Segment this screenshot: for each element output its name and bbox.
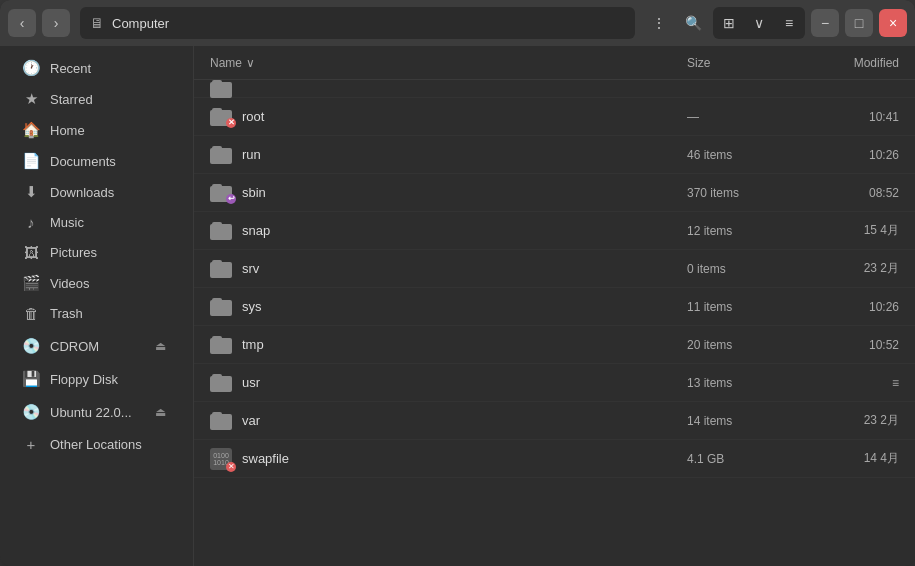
sidebar: 🕐Recent★Starred🏠Home📄Documents⬇Downloads…: [0, 46, 194, 566]
file-name-cell: ↩sbin: [194, 184, 675, 202]
folder-icon: [210, 222, 232, 240]
file-modified-cell: 23 2月: [795, 260, 915, 277]
back-button[interactable]: ‹: [8, 9, 36, 37]
folder-icon: [210, 146, 232, 164]
size-column-header[interactable]: Size: [675, 46, 795, 79]
sidebar-item-music[interactable]: ♪Music: [6, 208, 187, 237]
recent-icon: 🕐: [22, 59, 40, 77]
column-headers: Name ∨ Size Modified: [194, 46, 915, 80]
downloads-label: Downloads: [50, 185, 114, 200]
sidebar-item-other[interactable]: +Other Locations: [6, 430, 187, 459]
music-label: Music: [50, 215, 84, 230]
file-manager-window: ‹ › 🖥 Computer ⋮ 🔍 ⊞ ∨ ≡ − □ × 🕐Recent★S…: [0, 0, 915, 566]
sidebar-item-cdrom[interactable]: 💿CDROM⏏: [6, 329, 187, 363]
file-name-cell: ✕root: [194, 108, 675, 126]
file-modified-cell: ≡: [795, 376, 915, 390]
starred-label: Starred: [50, 92, 93, 107]
pictures-icon: 🖼: [22, 244, 40, 261]
maximize-button[interactable]: □: [845, 9, 873, 37]
table-row[interactable]: ↩sbin370 items08:52: [194, 174, 915, 212]
file-name-cell: srv: [194, 260, 675, 278]
folder-icon: ✕: [210, 108, 232, 126]
sidebar-item-trash[interactable]: 🗑Trash: [6, 299, 187, 328]
close-button[interactable]: ×: [879, 9, 907, 37]
sidebar-item-home[interactable]: 🏠Home: [6, 115, 187, 145]
floppy-label: Floppy Disk: [50, 372, 118, 387]
location-bar: 🖥 Computer: [80, 7, 635, 39]
table-row[interactable]: snap12 items15 4月: [194, 212, 915, 250]
forward-button[interactable]: ›: [42, 9, 70, 37]
pictures-label: Pictures: [50, 245, 97, 260]
other-label: Other Locations: [50, 437, 142, 452]
file-name-label: snap: [242, 223, 270, 238]
home-icon: 🏠: [22, 121, 40, 139]
table-row[interactable]: srv0 items23 2月: [194, 250, 915, 288]
videos-icon: 🎬: [22, 274, 40, 292]
floppy-icon: 💾: [22, 370, 40, 388]
list-view-button[interactable]: ≡: [775, 9, 803, 37]
file-size-cell: 11 items: [675, 300, 795, 314]
view-chevron-button[interactable]: ∨: [745, 9, 773, 37]
documents-icon: 📄: [22, 152, 40, 170]
cdrom-eject-button[interactable]: ⏏: [149, 335, 171, 357]
sidebar-item-videos[interactable]: 🎬Videos: [6, 268, 187, 298]
table-row[interactable]: 01001010✕swapfile4.1 GB14 4月: [194, 440, 915, 478]
home-label: Home: [50, 123, 85, 138]
sidebar-item-recent[interactable]: 🕐Recent: [6, 53, 187, 83]
sidebar-item-starred[interactable]: ★Starred: [6, 84, 187, 114]
folder-icon: [210, 374, 232, 392]
table-row[interactable]: usr13 items≡: [194, 364, 915, 402]
table-row[interactable]: run46 items10:26: [194, 136, 915, 174]
file-name-cell: sys: [194, 298, 675, 316]
name-column-header[interactable]: Name ∨: [194, 46, 675, 79]
file-modified-cell: 15 4月: [795, 222, 915, 239]
file-modified-cell: 10:26: [795, 148, 915, 162]
sidebar-item-documents[interactable]: 📄Documents: [6, 146, 187, 176]
location-text: Computer: [112, 16, 169, 31]
file-list: ✕root—10:41run46 items10:26↩sbin370 item…: [194, 80, 915, 566]
sidebar-item-downloads[interactable]: ⬇Downloads: [6, 177, 187, 207]
menu-button[interactable]: ⋮: [645, 9, 673, 37]
file-name-label: swapfile: [242, 451, 289, 466]
main-layout: 🕐Recent★Starred🏠Home📄Documents⬇Downloads…: [0, 46, 915, 566]
starred-icon: ★: [22, 90, 40, 108]
titlebar: ‹ › 🖥 Computer ⋮ 🔍 ⊞ ∨ ≡ − □ ×: [0, 0, 915, 46]
file-size-cell: 14 items: [675, 414, 795, 428]
minimize-button[interactable]: −: [811, 9, 839, 37]
file-modified-cell: 23 2月: [795, 412, 915, 429]
folder-icon: [210, 80, 232, 98]
content-area: Name ∨ Size Modified ✕root—10:41run46 it…: [194, 46, 915, 566]
table-row[interactable]: [194, 80, 915, 98]
table-row[interactable]: ✕root—10:41: [194, 98, 915, 136]
table-row[interactable]: sys11 items10:26: [194, 288, 915, 326]
recent-label: Recent: [50, 61, 91, 76]
file-name-cell: 01001010✕swapfile: [194, 448, 675, 470]
file-modified-cell: 14 4月: [795, 450, 915, 467]
grid-view-button[interactable]: ⊞: [715, 9, 743, 37]
file-modified-cell: 10:52: [795, 338, 915, 352]
music-icon: ♪: [22, 214, 40, 231]
file-modified-cell: 08:52: [795, 186, 915, 200]
view-switcher: ⊞ ∨ ≡: [713, 7, 805, 39]
sidebar-item-pictures[interactable]: 🖼Pictures: [6, 238, 187, 267]
location-icon: 🖥: [90, 15, 104, 31]
file-name-cell: usr: [194, 374, 675, 392]
cdrom-icon: 💿: [22, 337, 40, 355]
binary-file-icon: 01001010✕: [210, 448, 232, 470]
file-size-cell: 12 items: [675, 224, 795, 238]
ubuntu-eject-button[interactable]: ⏏: [149, 401, 171, 423]
search-button[interactable]: 🔍: [679, 9, 707, 37]
trash-icon: 🗑: [22, 305, 40, 322]
ubuntu-icon: 💿: [22, 403, 40, 421]
table-row[interactable]: tmp20 items10:52: [194, 326, 915, 364]
sidebar-item-ubuntu[interactable]: 💿Ubuntu 22.0...⏏: [6, 395, 187, 429]
modified-column-header[interactable]: Modified: [795, 46, 915, 79]
videos-label: Videos: [50, 276, 90, 291]
file-size-cell: 20 items: [675, 338, 795, 352]
table-row[interactable]: var14 items23 2月: [194, 402, 915, 440]
file-name-label: run: [242, 147, 261, 162]
file-name-label: tmp: [242, 337, 264, 352]
file-name-label: sbin: [242, 185, 266, 200]
sidebar-item-floppy[interactable]: 💾Floppy Disk: [6, 364, 187, 394]
badge-red: ✕: [226, 118, 236, 128]
